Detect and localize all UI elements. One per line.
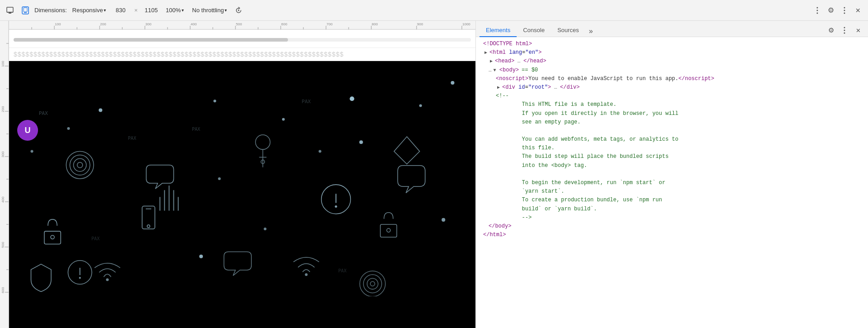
ruler-row: 100 200 300 400 500 600 [0, 21, 475, 30]
html-comment-line2[interactable]: If you open it directly in the browser, … [476, 109, 868, 118]
viewport-body: 100 200 300 400 500 600 [0, 30, 475, 328]
html-line-doctype[interactable]: <!DOCTYPE html> [476, 40, 868, 48]
svg-point-98 [419, 104, 422, 107]
html-line-body-open[interactable]: … ▼ <body> == $0 [476, 66, 868, 75]
comment-line5: You can add webfonts, meta tags, or anal… [496, 135, 678, 144]
svg-text:200: 200 [1, 106, 5, 112]
svg-point-64 [73, 159, 86, 171]
tab-more[interactable]: » [585, 26, 597, 37]
html-comment-line13[interactable]: build` or `yarn build`. [476, 205, 868, 214]
svg-text:100: 100 [55, 22, 61, 26]
close-devtools-button[interactable]: ✕ [852, 4, 864, 17]
svg-rect-66 [44, 231, 61, 244]
html-line-body-close[interactable]: </body> [476, 222, 868, 231]
settings-icon[interactable]: ⚙ [825, 4, 837, 17]
svg-point-114 [844, 27, 845, 29]
html-comment-line9[interactable] [476, 170, 868, 179]
svg-text:PAX: PAX [338, 268, 346, 273]
svg-point-107 [218, 177, 221, 180]
height-input[interactable] [142, 7, 160, 14]
tab-sources[interactable]: Sources [551, 24, 585, 37]
html-comment-line1[interactable]: This HTML file is a template. [476, 100, 868, 109]
html-comment-line10[interactable]: To begin the development, run `npm start… [476, 179, 868, 187]
dimensions-label: Dimensions: [34, 7, 67, 14]
devtools-tab-icons: ⚙ ✕ [825, 24, 864, 37]
scroll-track[interactable] [14, 38, 471, 42]
html-comment-line3[interactable]: see an empty page. [476, 118, 868, 127]
html-comment-line11[interactable]: `yarn start`. [476, 187, 868, 196]
comment-line2: If you open it directly in the browser, … [496, 109, 678, 118]
throttle-label: No throttling [192, 7, 224, 14]
page-frame: $$$$$$$$$$$$$$$$$$$$$$$$$$$$$$$$$$$$$$$$… [9, 30, 475, 328]
svg-text:PAX: PAX [128, 136, 136, 141]
svg-point-12 [844, 10, 845, 11]
html-line-html-close[interactable]: </html> [476, 231, 868, 239]
width-input[interactable] [111, 7, 129, 14]
html-comment-line8[interactable]: into the <body> tag. [476, 162, 868, 170]
svg-point-67 [51, 235, 54, 239]
svg-text:800: 800 [372, 22, 378, 26]
svg-point-93 [305, 273, 307, 276]
html-comment-line7[interactable]: The build step will place the bundled sc… [476, 152, 868, 161]
comment-line7: The build step will place the bundled sc… [496, 152, 669, 161]
svg-point-101 [360, 140, 363, 144]
zoom-dropdown[interactable]: 100% ▾ [163, 5, 187, 15]
toolbar-left-section: Dimensions: Responsive ▾ × 100% ▾ No thr… [4, 4, 809, 17]
rotate-icon[interactable] [232, 4, 245, 17]
s-text-row: $$$$$$$$$$$$$$$$$$$$$$$$$$$$$$$$$$$$$$$$… [9, 48, 475, 61]
html-line-html-open[interactable]: ▶ <html lang="en" > [476, 48, 868, 57]
tab-console[interactable]: Console [517, 24, 551, 37]
comment-line10: To begin the development, run `npm start… [496, 179, 665, 187]
svg-rect-68 [142, 206, 155, 229]
more-options-button[interactable] [811, 4, 824, 17]
scroll-thumb [14, 38, 288, 42]
zoom-label: 100% [166, 7, 181, 14]
settings-button[interactable]: ⚙ [825, 24, 837, 37]
more-devtools-options[interactable] [838, 24, 851, 37]
devtools-toolbar: Dimensions: Responsive ▾ × 100% ▾ No thr… [0, 0, 868, 21]
svg-point-90 [364, 275, 382, 293]
html-line-comment-open[interactable]: <!-- [476, 92, 868, 100]
three-dots-prefix[interactable]: … [489, 67, 492, 75]
svg-text:400: 400 [191, 22, 197, 26]
inspect-element-icon[interactable] [4, 4, 16, 17]
page-bg: U [9, 61, 475, 296]
throttle-dropdown[interactable]: No throttling ▾ [189, 5, 230, 15]
html-line-noscript[interactable]: <noscript> You need to enable JavaScript… [476, 75, 868, 83]
div-root-arrow[interactable]: ▶ [496, 85, 501, 90]
comment-line1: This HTML file is a template. [496, 100, 616, 109]
html-comment-line5[interactable]: You can add webfonts, meta tags, or anal… [476, 135, 868, 144]
comment-end: --> [496, 214, 532, 222]
responsive-label: Responsive [72, 7, 103, 14]
html-comment-line6[interactable]: this file. [476, 144, 868, 152]
dimension-separator: × [134, 7, 138, 14]
zoom-arrow: ▾ [182, 8, 184, 13]
html-comment-line12[interactable]: To create a production bundle, use `npm … [476, 196, 868, 204]
comment-line11: `yarn start`. [496, 187, 564, 196]
avatar: U [17, 120, 38, 141]
horizontal-ruler: 100 200 300 400 500 600 [9, 21, 475, 30]
svg-point-9 [817, 10, 818, 11]
close-devtools[interactable]: ✕ [852, 24, 864, 37]
svg-text:700: 700 [326, 22, 333, 26]
html-comment-line4[interactable] [476, 127, 868, 135]
svg-point-62 [66, 151, 94, 179]
html-comment-end[interactable]: --> [476, 214, 868, 222]
svg-point-94 [99, 108, 102, 112]
tab-elements[interactable]: Elements [480, 24, 517, 37]
responsive-arrow: ▾ [104, 8, 106, 13]
head-expand-arrow[interactable]: ▶ [489, 59, 494, 64]
device-toolbar-icon[interactable] [19, 4, 32, 17]
html-line-head[interactable]: ▶ <head> … </head> [476, 57, 868, 66]
svg-point-104 [319, 150, 321, 152]
comment-line3: see an empty page. [496, 118, 580, 127]
svg-text:200: 200 [100, 22, 106, 26]
svg-rect-2 [9, 13, 11, 14]
svg-text:500: 500 [1, 242, 5, 248]
html-collapse-arrow[interactable]: ▶ [483, 50, 489, 56]
responsive-dropdown[interactable]: Responsive ▾ [70, 5, 109, 15]
html-line-div-root[interactable]: ▶ <div id="root" > … </div> [476, 83, 868, 92]
more-devtools-button[interactable] [838, 4, 851, 17]
svg-point-105 [441, 218, 445, 222]
svg-text:500: 500 [236, 22, 242, 26]
